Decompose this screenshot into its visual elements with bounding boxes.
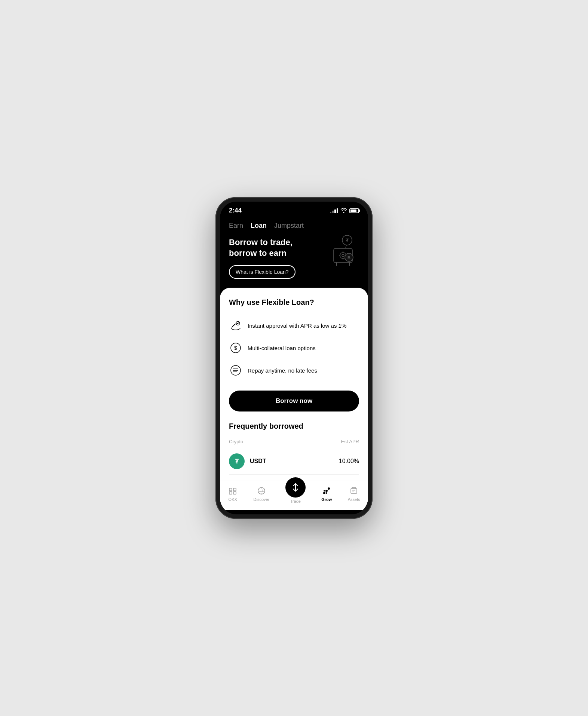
svg-line-13 [345, 245, 347, 248]
nav-tabs: Earn Loan Jumpstart [229, 222, 359, 230]
battery-icon [349, 208, 359, 213]
bottom-nav: OKX Discover [220, 480, 368, 510]
feature-approval-text: Instant approval with APR as low as 1% [248, 322, 346, 329]
features-list: Instant approval with APR as low as 1% $… [229, 314, 359, 382]
usdt-apr: 10.00% [339, 458, 359, 465]
usdt-name: USDT [250, 458, 266, 465]
nav-item-discover[interactable]: Discover [254, 486, 270, 502]
nav-item-grow[interactable]: Grow [321, 486, 332, 502]
wifi-icon [340, 208, 347, 214]
svg-point-31 [258, 487, 265, 494]
repay-icon [229, 364, 242, 377]
tab-loan[interactable]: Loan [251, 222, 267, 230]
svg-rect-29 [229, 492, 232, 494]
status-bar: 2:44 [220, 202, 368, 217]
tab-earn[interactable]: Earn [229, 222, 243, 230]
grow-label: Grow [321, 497, 332, 502]
phone-screen: 2:44 [220, 202, 368, 514]
phone-frame: 2:44 [215, 197, 373, 519]
svg-rect-30 [233, 492, 236, 494]
why-section-title: Why use Flexible Loan? [229, 298, 359, 307]
trade-label: Trade [290, 499, 301, 504]
table-header: Crypto Est APR [229, 437, 359, 447]
nav-item-okx[interactable]: OKX [228, 486, 238, 502]
tab-jumpstart[interactable]: Jumpstart [274, 222, 304, 230]
discover-label: Discover [254, 497, 270, 502]
approval-icon [229, 319, 242, 332]
home-indicator [269, 512, 319, 514]
frequently-borrowed-title: Frequently borrowed [229, 422, 359, 431]
okx-label: OKX [229, 497, 237, 502]
feature-repay-text: Repay anytime, no late fees [248, 367, 317, 374]
feature-collateral-text: Multi-collateral loan options [248, 345, 316, 351]
grow-icon [322, 486, 331, 496]
apr-column-header: Est APR [341, 439, 359, 444]
svg-rect-28 [233, 488, 236, 491]
trade-button[interactable] [285, 477, 306, 498]
crypto-row-usdt[interactable]: ₮ USDT 10.00% [229, 448, 359, 475]
svg-point-37 [326, 492, 327, 494]
assets-icon [349, 486, 359, 496]
hero-illustration: ₮ B [325, 234, 359, 268]
svg-text:$: $ [234, 345, 237, 351]
svg-point-36 [324, 490, 325, 492]
svg-text:₮: ₮ [346, 238, 349, 243]
discover-icon [257, 486, 266, 496]
hero-content: Borrow to trade,borrow to earn What is F… [229, 237, 359, 279]
nav-item-assets[interactable]: Assets [348, 486, 360, 502]
svg-point-4 [342, 254, 344, 257]
feature-repay: Repay anytime, no late fees [229, 359, 359, 382]
feature-collateral: $ Multi-collateral loan options [229, 337, 359, 359]
header-section: Earn Loan Jumpstart Borrow to trade,borr… [220, 217, 368, 288]
svg-rect-27 [229, 488, 232, 491]
assets-label: Assets [348, 497, 360, 502]
usdt-logo: ₮ [229, 453, 245, 469]
borrow-now-button[interactable]: Borrow now [229, 391, 359, 411]
svg-text:B: B [347, 256, 350, 260]
crypto-column-header: Crypto [229, 439, 243, 444]
feature-approval: Instant approval with APR as low as 1% [229, 314, 359, 337]
nav-item-trade[interactable]: Trade [285, 484, 306, 504]
status-time: 2:44 [229, 207, 242, 214]
svg-point-34 [325, 490, 328, 492]
svg-point-35 [328, 487, 330, 490]
svg-point-33 [323, 492, 325, 494]
main-content: Why use Flexible Loan? Instant approval … [220, 288, 368, 480]
flexible-loan-button[interactable]: What is Flexible Loan? [229, 265, 295, 279]
hero-text: Borrow to trade,borrow to earn What is F… [229, 237, 319, 279]
collateral-icon: $ [229, 341, 242, 355]
status-icons [330, 208, 359, 214]
hero-title: Borrow to trade,borrow to earn [229, 237, 319, 258]
signal-icon [330, 208, 338, 213]
okx-icon [228, 486, 238, 496]
